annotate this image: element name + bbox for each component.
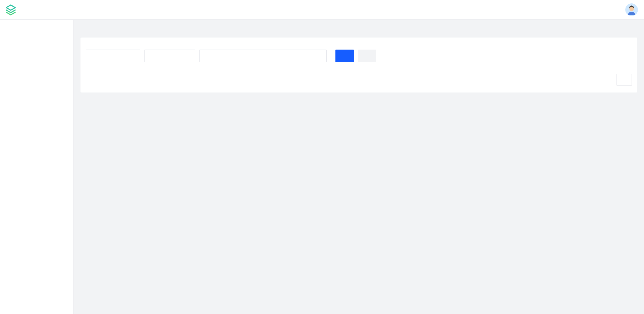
- pagination: [80, 67, 637, 89]
- date-range-picker[interactable]: [199, 50, 327, 62]
- start-date-input[interactable]: [204, 53, 255, 59]
- app-root: [0, 0, 644, 314]
- breadcrumb: [74, 20, 644, 37]
- app-logo[interactable]: [5, 4, 20, 16]
- operation-log-card: [80, 38, 637, 92]
- apps-icon[interactable]: [82, 26, 88, 32]
- page-size-select[interactable]: [616, 74, 632, 86]
- query-button[interactable]: [335, 50, 354, 62]
- topbar-right: [620, 3, 638, 16]
- main-wrap: [0, 20, 644, 314]
- topbar: [0, 0, 644, 20]
- footer-copyright: [74, 303, 644, 314]
- avatar[interactable]: [625, 3, 638, 16]
- page-title: [80, 38, 637, 50]
- next-page-button[interactable]: [600, 74, 611, 85]
- content-search-input[interactable]: [86, 50, 140, 62]
- collapse-sidebar-icon: [63, 303, 68, 308]
- chevron-down-icon: [624, 78, 628, 82]
- calendar-icon: [317, 53, 322, 59]
- prev-page-button[interactable]: [586, 74, 596, 85]
- reset-button[interactable]: [358, 50, 376, 62]
- content: [74, 20, 644, 314]
- sidebar: [0, 20, 74, 314]
- app-logo-icon: [5, 4, 17, 16]
- refresh-icon: [364, 54, 368, 58]
- collapse-sidebar-button[interactable]: [61, 301, 70, 310]
- search-icon: [341, 54, 346, 58]
- chevron-left-icon: [589, 78, 593, 82]
- filter-bar: [80, 50, 637, 67]
- chevron-down-icon: [187, 54, 192, 58]
- end-date-input[interactable]: [262, 53, 314, 59]
- chevron-right-icon: [604, 78, 608, 82]
- status-select[interactable]: [144, 50, 195, 62]
